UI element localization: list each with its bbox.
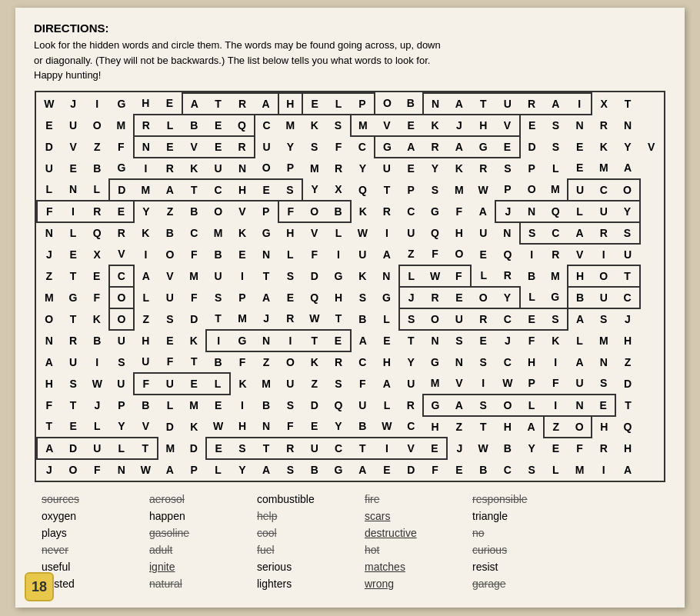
grid-cell: C (351, 136, 375, 158)
directions-title: DIRECTIONS: (34, 22, 666, 35)
grid-cell: H (230, 179, 254, 201)
word-list: sourcesoxygenplaysneverusefultrusted aer… (34, 493, 666, 590)
grid-cell: M (592, 158, 615, 179)
grid-cell: F (37, 395, 62, 416)
grid-cell: T (255, 438, 278, 459)
grid-cell: I (134, 244, 158, 265)
grid-cell: L (37, 179, 62, 201)
grid-cell: C (495, 351, 520, 373)
grid-cell: A (255, 93, 278, 115)
grid-cell: A (615, 158, 639, 179)
grid-cell: G (327, 459, 351, 481)
grid-cell: E (62, 244, 85, 265)
grid-cell: D (182, 438, 206, 459)
grid-cell: U (278, 373, 302, 395)
grid-cell: S (327, 373, 351, 395)
word-item: adult (149, 544, 234, 556)
grid-cell: U (158, 373, 182, 395)
grid-cell: O (37, 308, 62, 330)
grid-cell: B (399, 93, 423, 115)
grid-cell: H (278, 222, 302, 244)
grid-cell: W (351, 222, 375, 244)
grid-cell: A (568, 308, 592, 330)
grid-cell: R (134, 115, 158, 136)
grid-cell: U (158, 287, 182, 308)
grid-cell: K (182, 416, 206, 438)
grid-cell: U (62, 115, 85, 136)
grid-cell: Y (327, 416, 351, 438)
grid-cell: R (520, 93, 544, 115)
grid-cell: J (447, 438, 471, 459)
grid-cell: R (544, 244, 568, 265)
grid-cell: B (302, 459, 327, 481)
grid-cell: C (399, 201, 423, 222)
grid-cell: R (375, 201, 399, 222)
grid-cell: B (182, 201, 206, 222)
grid-cell: S (544, 136, 568, 158)
grid-cell: E (302, 93, 327, 115)
grid-cell: S (278, 459, 302, 481)
grid-cell: I (134, 158, 158, 179)
grid-cell: N (520, 201, 544, 222)
grid-cell: L (471, 265, 495, 287)
word-item: plays (42, 527, 126, 539)
grid-cell: O (568, 416, 592, 438)
grid-cell: L (520, 287, 544, 308)
grid-cell: A (182, 93, 206, 115)
grid-cell: S (520, 222, 544, 244)
grid-cell: E (544, 438, 568, 459)
grid-cell: C (495, 308, 520, 330)
grid-cell: Z (37, 265, 62, 287)
grid-cell: I (544, 395, 568, 416)
grid-cell: S (278, 395, 302, 416)
grid-cell: B (351, 308, 375, 330)
grid-cell: M (230, 308, 254, 330)
grid-cell: E (399, 158, 423, 179)
grid-cell: L (158, 115, 182, 136)
grid-cell: Z (85, 136, 109, 158)
grid-cell: A (375, 244, 399, 265)
grid-cell: Q (230, 115, 254, 136)
grid-cell: S (592, 308, 615, 330)
grid-cell: V (62, 136, 85, 158)
grid-cell: U (447, 308, 471, 330)
grid-cell: E (158, 136, 182, 158)
grid-cell: E (85, 265, 109, 287)
grid-cell: R (62, 330, 85, 351)
grid-cell: F (520, 330, 544, 351)
grid-cell: K (592, 136, 615, 158)
grid-cell: S (544, 115, 568, 136)
grid-cell: S (109, 351, 134, 373)
grid-cell: U (351, 395, 375, 416)
grid-cell: V (182, 136, 206, 158)
grid-cell: S (592, 373, 615, 395)
grid-cell: G (375, 136, 399, 158)
grid-cell: D (109, 179, 134, 201)
word-item: natural (149, 578, 234, 590)
grid-table: WJIGHEATRAHELPOBNATURAIXTEUOMRLBEQCMKSMV… (36, 92, 664, 481)
grid-cell: M (351, 115, 375, 136)
word-col-5: responsibletrianglenocuriousresistgarage (472, 493, 557, 590)
grid-cell: U (206, 158, 231, 179)
word-item: trusted (42, 578, 126, 590)
grid-cell: Z (158, 201, 182, 222)
grid-cell: U (351, 244, 375, 265)
grid-cell: N (255, 330, 278, 351)
grid-cell: F (423, 244, 448, 265)
grid-cell: F (423, 459, 448, 481)
grid-cell: U (592, 201, 615, 222)
grid-cell: H (615, 330, 639, 351)
grid-cell: H (37, 373, 62, 395)
grid-cell: N (37, 330, 62, 351)
grid-cell: R (592, 222, 615, 244)
grid-cell: F (85, 287, 109, 308)
grid-cell: L (62, 222, 85, 244)
grid-cell: S (471, 395, 495, 416)
grid-cell: L (399, 265, 423, 287)
grid-cell: Z (302, 373, 327, 395)
grid-cell: B (158, 222, 182, 244)
grid-cell: M (592, 330, 615, 351)
grid-cell: B (85, 158, 109, 179)
grid-cell: T (255, 265, 278, 287)
grid-cell: L (544, 158, 568, 179)
